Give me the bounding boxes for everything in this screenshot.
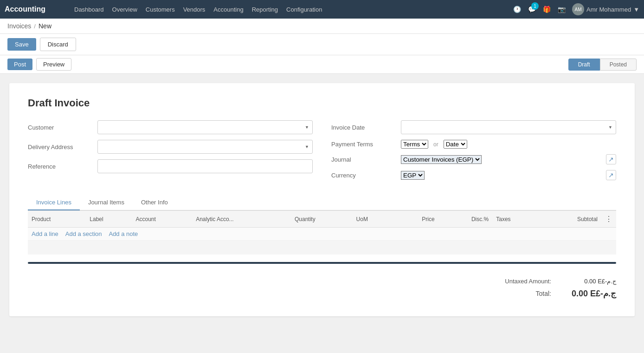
journal-field-row: Journal Customer Invoices (EGP) ↗ <box>331 154 616 164</box>
more-icon[interactable]: ⋮ <box>605 215 612 223</box>
delivery-input-wrap <box>97 140 313 154</box>
customer-select[interactable] <box>97 120 313 134</box>
user-menu-chevron-icon: ▼ <box>633 6 639 13</box>
currency-label: Currency <box>331 172 396 179</box>
invoice-lines-table: Product Label Account Analytic Acco... Q… <box>28 210 616 241</box>
nav-overview[interactable]: Overview <box>112 6 137 13</box>
add-section-link[interactable]: Add a section <box>65 230 102 237</box>
form-grid: Customer Delivery Address <box>28 120 616 186</box>
totals-section: Untaxed Amount: 0.00 E£-ج.م Total: 0.00 … <box>28 273 616 299</box>
currency-external-link-icon[interactable]: ↗ <box>606 170 616 180</box>
invoice-card: Draft Invoice Customer Delivery A <box>9 83 635 316</box>
currency-field-row: Currency EGP ↗ <box>331 170 616 180</box>
clock-icon[interactable]: 🕐 <box>513 5 521 13</box>
message-count: 1 <box>531 2 539 10</box>
reference-input-wrap <box>97 159 313 173</box>
total-row: Total: 0.00 E£-ج.م <box>28 288 616 299</box>
divider-bar <box>28 262 616 264</box>
journal-external-link-icon[interactable]: ↗ <box>606 154 616 164</box>
avatar: AM <box>572 3 584 15</box>
tab-other-info[interactable]: Other Info <box>133 195 176 210</box>
form-right: Invoice Date Payment Terms <box>331 120 616 186</box>
discard-button[interactable]: Discard <box>40 38 76 51</box>
journal-row: Customer Invoices (EGP) ↗ <box>401 154 616 164</box>
customer-field-row: Customer <box>28 120 313 134</box>
col-analytic: Analytic Acco... <box>192 211 291 228</box>
user-menu[interactable]: AM Amr Mohammed ▼ <box>572 3 639 15</box>
reference-field-row: Reference <box>28 159 313 173</box>
main-content: Draft Invoice Customer Delivery A <box>0 74 644 326</box>
col-quantity: Quantity <box>291 211 353 228</box>
invoice-date-field-row: Invoice Date <box>331 120 616 134</box>
nav-configuration[interactable]: Configuration <box>286 6 322 13</box>
nav-right: 🕐 💬 1 🎁 📷 AM Amr Mohammed ▼ <box>513 3 639 15</box>
untaxed-amount-value: 0.00 E£-ج.م <box>560 278 616 285</box>
tab-journal-items[interactable]: Journal Items <box>80 195 133 210</box>
tabs: Invoice Lines Journal Items Other Info <box>28 195 616 210</box>
col-label: Label <box>86 211 132 228</box>
payment-terms-row: Terms or Date <box>401 140 467 149</box>
journal-select[interactable]: Customer Invoices (EGP) <box>401 155 482 164</box>
add-note-link[interactable]: Add a note <box>109 230 138 237</box>
breadcrumb-current: New <box>39 22 52 30</box>
save-button[interactable]: Save <box>7 38 36 51</box>
status-draft[interactable]: Draft <box>568 59 600 71</box>
nav-links: Dashboard Overview Customers Vendors Acc… <box>74 6 513 13</box>
delivery-field-row: Delivery Address <box>28 140 313 154</box>
status-posted[interactable]: Posted <box>600 59 637 71</box>
spacer <box>28 241 616 255</box>
breadcrumb-separator: / <box>34 23 36 30</box>
nav-accounting[interactable]: Accounting <box>213 6 243 13</box>
add-actions-row: Add a line Add a section Add a note <box>28 228 616 241</box>
status-bar: Post Preview Draft Posted <box>0 55 644 74</box>
delivery-label: Delivery Address <box>28 144 93 150</box>
reference-input[interactable] <box>97 159 313 173</box>
currency-row: EGP ↗ <box>401 170 616 180</box>
nav-vendors[interactable]: Vendors <box>183 6 206 13</box>
col-product: Product <box>28 211 86 228</box>
customer-label: Customer <box>28 124 93 131</box>
journal-label: Journal <box>331 156 396 163</box>
table-header-row: Product Label Account Analytic Acco... Q… <box>28 211 616 228</box>
add-actions-cell: Add a line Add a section Add a note <box>28 228 616 241</box>
invoice-date-select[interactable] <box>401 120 616 134</box>
payment-terms-label: Payment Terms <box>331 141 396 148</box>
date-select[interactable]: Date <box>444 140 467 149</box>
nav-dashboard[interactable]: Dashboard <box>74 6 104 13</box>
currency-select[interactable]: EGP <box>401 171 425 180</box>
add-line-link[interactable]: Add a line <box>32 230 58 237</box>
col-disc: Disc.% <box>438 211 493 228</box>
breadcrumb-parent[interactable]: Invoices <box>7 22 31 30</box>
tab-invoice-lines[interactable]: Invoice Lines <box>28 195 80 210</box>
col-account: Account <box>132 211 192 228</box>
col-taxes: Taxes <box>492 211 540 228</box>
payment-terms-field-row: Payment Terms Terms or <box>331 140 616 149</box>
gift-icon[interactable]: 🎁 <box>542 5 551 13</box>
col-subtotal: Subtotal <box>541 211 601 228</box>
messages-badge-container[interactable]: 💬 1 <box>528 5 536 13</box>
col-price: Price <box>394 211 438 228</box>
col-uom: UoM <box>353 211 394 228</box>
nav-customers[interactable]: Customers <box>146 6 175 13</box>
user-name: Amr Mohammed <box>586 6 631 13</box>
invoice-date-input-wrap <box>401 120 616 134</box>
delivery-select[interactable] <box>97 140 313 154</box>
form-left: Customer Delivery Address <box>28 120 313 186</box>
reference-label: Reference <box>28 163 93 170</box>
untaxed-amount-label: Untaxed Amount: <box>482 278 551 285</box>
status-steps: Draft Posted <box>568 59 637 71</box>
post-button[interactable]: Post <box>7 59 32 70</box>
total-label: Total: <box>482 290 551 297</box>
camera-icon[interactable]: 📷 <box>557 5 566 13</box>
payment-terms-select[interactable]: Terms <box>401 140 428 149</box>
or-text: or <box>433 141 438 148</box>
top-navigation: Accounting Dashboard Overview Customers … <box>0 0 644 19</box>
preview-button[interactable]: Preview <box>36 58 71 71</box>
untaxed-amount-row: Untaxed Amount: 0.00 E£-ج.م <box>28 278 616 285</box>
invoice-date-label: Invoice Date <box>331 124 396 131</box>
action-bar: Save Discard <box>0 34 644 55</box>
invoice-title: Draft Invoice <box>28 97 616 109</box>
customer-input-wrap <box>97 120 313 134</box>
breadcrumb: Invoices / New <box>0 19 644 34</box>
nav-reporting[interactable]: Reporting <box>252 6 278 13</box>
